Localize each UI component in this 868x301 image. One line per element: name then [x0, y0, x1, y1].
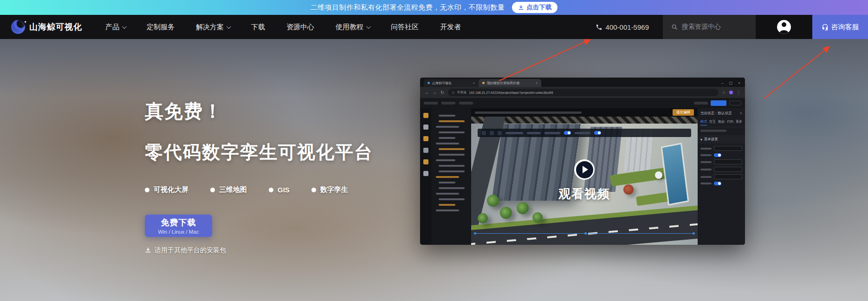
- state-row: 当前状态：默认状态 +: [698, 108, 745, 118]
- nav-item-resource-center[interactable]: 资源中心: [286, 23, 314, 32]
- toolbar-placeholder: [694, 102, 708, 105]
- feature-list: 可视化大屏 三维地图 GIS 数字孪生: [145, 185, 373, 194]
- brand-name: 山海鲸可视化: [29, 21, 82, 33]
- main-menu: 产品 定制服务 解决方案 下载 资源中心 使用教程 问答社区 开发者: [105, 23, 461, 32]
- nav-item-tutorials[interactable]: 使用教程: [336, 23, 369, 32]
- layer-row: [436, 159, 455, 161]
- whale-logo-icon: ✦: [11, 20, 25, 34]
- download-icon: [145, 247, 151, 254]
- layer-row: [439, 120, 465, 122]
- banner-download-button[interactable]: 点击下载: [512, 2, 557, 13]
- nav-item-label: 定制服务: [147, 23, 175, 32]
- edit-mode-banner: 退出编辑: [471, 108, 698, 117]
- video-thumbnail[interactable]: 山海鲸可视化× 我的模型分层动画分镜× – ▢ × ← → ↻ ⚠ 不安全 19…: [420, 78, 745, 245]
- property-row: [698, 151, 745, 157]
- hero-content: 真免费！ 零代码数字孪生可视化平台 可视化大屏 三维地图 GIS 数字孪生 免费…: [145, 98, 373, 255]
- user-account-button[interactable]: [756, 15, 812, 39]
- play-icon: [576, 161, 593, 178]
- editor-main: 退出编辑: [420, 108, 745, 245]
- toolbar-placeholder: [459, 102, 473, 105]
- nav-item-label: 问答社区: [391, 23, 419, 32]
- rail-icon: [423, 171, 428, 176]
- bookmark-star-icon: ☆: [722, 91, 725, 95]
- hero-section: 真免费！ 零代码数字孪生可视化平台 可视化大屏 三维地图 GIS 数字孪生 免费…: [0, 39, 868, 301]
- state-label: 当前状态：默认状态: [700, 111, 732, 116]
- other-platforms-link[interactable]: 适用于其他平台的安装包: [145, 246, 373, 255]
- window-controls: – ▢ ×: [721, 81, 745, 87]
- promo-banner: 二维项目制作和私有化部署全流程免费，无水印，不限制数量 点击下载: [0, 0, 868, 15]
- browser-titlebar: 山海鲸可视化× 我的模型分层动画分镜× – ▢ ×: [420, 78, 745, 87]
- label-placeholder: [700, 154, 712, 156]
- brand-logo[interactable]: ✦ 山海鲸可视化: [11, 20, 82, 34]
- tab-title: 我的模型分层动画分镜: [487, 81, 519, 85]
- rail-icon: [423, 159, 428, 164]
- layer-row: [439, 154, 465, 156]
- favicon: [428, 82, 430, 84]
- panel-tab-interaction: 交互: [709, 119, 716, 125]
- hero-subtitle: 零代码数字孪生可视化平台: [145, 140, 373, 165]
- play-button[interactable]: [574, 159, 595, 180]
- label-placeholder: [700, 176, 712, 178]
- toolbar-placeholder: [441, 102, 455, 105]
- tab-title: 山海鲸可视化: [432, 81, 452, 85]
- exit-edit-button: 退出编辑: [673, 109, 694, 116]
- property-row: [698, 157, 745, 164]
- reload-icon: ↻: [440, 90, 444, 95]
- layer-row: [436, 126, 459, 128]
- label-placeholder: [700, 169, 712, 170]
- video-play-overlay[interactable]: 观看视频: [471, 117, 698, 245]
- panel-tabs: 样式 交互 数据 代码 更多: [698, 118, 745, 127]
- toolbar-right: [694, 100, 741, 106]
- contact-support-button[interactable]: 咨询客服: [812, 15, 868, 39]
- addressbar-icons: ☆ ⋮: [722, 91, 740, 95]
- layer-row: [439, 170, 465, 172]
- free-download-platforms: Win / Linux / Mac: [158, 229, 199, 235]
- phone-number[interactable]: 400-001-5969: [596, 23, 649, 31]
- nav-item-custom-services[interactable]: 定制服务: [147, 23, 175, 32]
- layer-row: [439, 131, 465, 133]
- nav-item-products[interactable]: 产品: [105, 23, 125, 32]
- spark-icon: ✦: [24, 20, 27, 24]
- watch-video-label: 观看视频: [558, 186, 610, 202]
- close-icon: ×: [473, 81, 475, 85]
- property-row: [698, 164, 745, 172]
- layer-row: [436, 209, 459, 211]
- layer-row: [439, 115, 455, 117]
- promo-text: 二维项目制作和私有化部署全流程免费，无水印，不限制数量: [311, 3, 505, 12]
- label-placeholder: [700, 148, 712, 150]
- navbar: ✦ 山海鲸可视化 产品 定制服务 解决方案 下载 资源中心 使用教程 问答社区 …: [0, 15, 868, 39]
- browser-addressbar: ← → ↻ ⚠ 不安全 192.168.31.27:4222/#/project…: [420, 87, 745, 98]
- free-download-label: 免费下载: [161, 217, 196, 228]
- layer-row: [439, 204, 455, 206]
- nav-item-download[interactable]: 下载: [251, 23, 265, 32]
- layer-row: [439, 198, 465, 200]
- free-download-button[interactable]: 免费下载 Win / Linux / Mac: [145, 215, 212, 237]
- toolbar-placeholder: [424, 102, 438, 105]
- feature-label: 可视化大屏: [154, 185, 188, 194]
- panel-tab-code: 代码: [727, 119, 733, 125]
- panel-tab-style: 样式: [700, 119, 707, 125]
- url-field: ⚠ 不安全 192.168.31.27:4222/#/project/layer…: [448, 89, 719, 96]
- close-icon: ×: [738, 81, 740, 85]
- nav-item-label: 产品: [105, 23, 119, 32]
- nav-item-developers[interactable]: 开发者: [440, 23, 461, 32]
- feature-3d-map: 三维地图: [210, 185, 247, 194]
- chevron-down-icon: [227, 24, 231, 29]
- chevron-down-icon: [366, 24, 371, 29]
- phone-number-text: 400-001-5969: [606, 23, 649, 31]
- nav-item-solutions[interactable]: 解决方案: [196, 23, 230, 32]
- rail-icon: [423, 113, 428, 118]
- browser-tab: 山海鲸可视化×: [424, 79, 479, 87]
- rail-icon: [423, 136, 428, 141]
- search-input[interactable]: 搜索资源中心: [663, 15, 756, 39]
- layer-tree-panel: [431, 108, 471, 245]
- layer-row: [436, 193, 459, 195]
- properties-panel: 当前状态：默认状态 + 样式 交互 数据 代码 更多 ▾ 基本设置: [698, 108, 745, 245]
- browser-tab-active: 我的模型分层动画分镜×: [479, 79, 541, 87]
- toggle-switch: [714, 182, 721, 185]
- forward-icon: →: [433, 90, 437, 95]
- nav-item-qa-community[interactable]: 问答社区: [391, 23, 419, 32]
- bullet-dot-icon: [210, 188, 215, 192]
- download-icon: [518, 5, 524, 11]
- feature-digital-twin: 数字孪生: [311, 185, 348, 194]
